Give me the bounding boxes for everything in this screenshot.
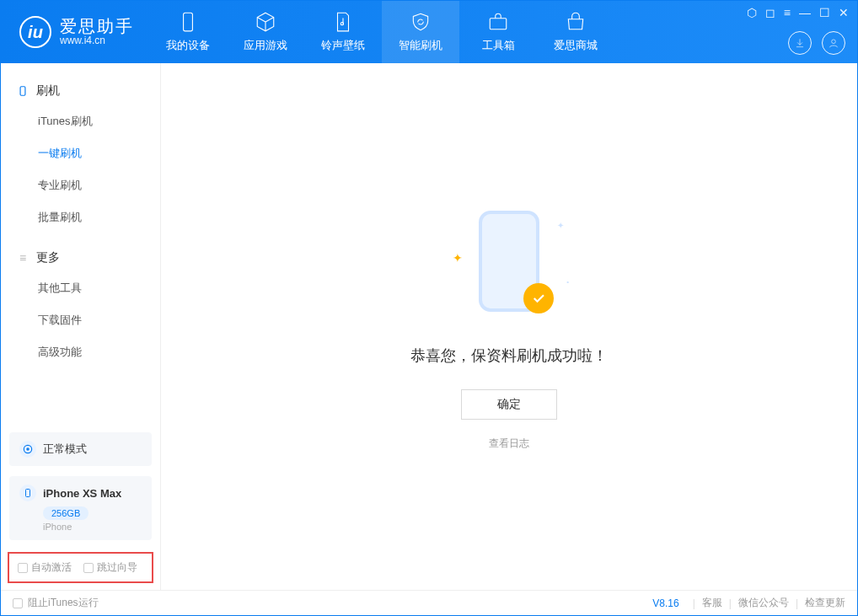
download-button[interactable] (788, 31, 812, 55)
nav-toolbox[interactable]: 工具箱 (459, 1, 537, 63)
refresh-shield-icon (410, 11, 432, 33)
body: 刷机 iTunes刷机 一键刷机 专业刷机 批量刷机 ≡ 更多 其他工具 下载固… (1, 63, 857, 590)
options-highlight-box: 自动激活 跳过向导 (8, 552, 153, 583)
success-message: 恭喜您，保资料刷机成功啦！ (410, 345, 608, 366)
nav-store[interactable]: 爱思商城 (537, 1, 614, 63)
titlebar: iu 爱思助手 www.i4.cn 我的设备 应用游戏 铃声壁纸 智能刷机 (1, 1, 857, 63)
separator: | (693, 597, 695, 609)
minimize-button[interactable]: — (799, 6, 811, 19)
checkbox-label: 阻止iTunes运行 (28, 596, 99, 610)
logo-icon: iu (19, 16, 51, 48)
app-window: iu 爱思助手 www.i4.cn 我的设备 应用游戏 铃声壁纸 智能刷机 (0, 0, 858, 616)
shirt-icon[interactable]: ⬡ (747, 6, 757, 19)
nav-my-device[interactable]: 我的设备 (149, 1, 227, 63)
sidebar-item-other-tools[interactable]: 其他工具 (1, 272, 160, 304)
status-label: 正常模式 (43, 442, 87, 457)
ok-button[interactable]: 确定 (461, 389, 557, 420)
version-label: V8.16 (652, 597, 678, 609)
sparkle-icon: • (566, 278, 569, 286)
checkbox-icon (83, 563, 94, 573)
sparkle-icon: ✦ (557, 221, 564, 230)
sidebar-item-pro-flash[interactable]: 专业刷机 (1, 169, 160, 201)
sidebar-item-download-firmware[interactable]: 下载固件 (1, 304, 160, 336)
maximize-button[interactable]: ☐ (819, 6, 830, 19)
nav-label: 我的设备 (166, 38, 210, 53)
status-icon (19, 441, 36, 458)
feedback-icon[interactable]: ◻ (765, 6, 775, 19)
nav-label: 工具箱 (482, 38, 515, 53)
sidebar-item-batch-flash[interactable]: 批量刷机 (1, 201, 160, 233)
main-panel: ✦ ✦ • 恭喜您，保资料刷机成功啦！ 确定 查看日志 (161, 63, 857, 590)
top-nav: 我的设备 应用游戏 铃声壁纸 智能刷机 工具箱 爱思商城 (149, 1, 614, 63)
separator: | (729, 597, 732, 609)
footer-right: V8.16 | 客服 | 微信公众号 | 检查更新 (652, 596, 845, 610)
cube-icon (255, 11, 276, 33)
sidebar-item-itunes-flash[interactable]: iTunes刷机 (1, 105, 160, 137)
svg-point-3 (832, 40, 836, 44)
checkmark-badge-icon (523, 283, 554, 313)
toolbox-icon (487, 11, 509, 33)
device-card[interactable]: iPhone XS Max 256GB iPhone (9, 476, 152, 540)
device-storage-badge: 256GB (43, 506, 88, 520)
app-url: www.i4.cn (60, 35, 134, 46)
section-title: 刷机 (36, 83, 60, 99)
sidebar-section-more: ≡ 更多 (1, 244, 160, 272)
separator: | (796, 597, 798, 609)
checkbox-label: 自动激活 (31, 560, 72, 575)
sidebar-section-flash: 刷机 (1, 77, 160, 105)
nav-label: 智能刷机 (399, 38, 442, 53)
checkbox-icon (18, 563, 28, 573)
list-icon: ≡ (16, 251, 29, 265)
sidebar-item-advanced[interactable]: 高级功能 (1, 336, 160, 368)
app-name: 爱思助手 (60, 17, 134, 35)
nav-label: 爱思商城 (554, 38, 598, 53)
sparkle-icon: ✦ (453, 251, 463, 265)
store-icon (565, 11, 587, 33)
svg-rect-0 (184, 13, 193, 31)
user-button[interactable] (822, 31, 845, 55)
checkbox-auto-activate[interactable]: 自动激活 (18, 560, 72, 575)
svg-point-1 (341, 23, 343, 25)
check-update-link[interactable]: 检查更新 (805, 596, 845, 610)
app-logo: iu 爱思助手 www.i4.cn (1, 16, 149, 48)
svg-rect-7 (26, 490, 30, 497)
section-title: 更多 (36, 250, 60, 265)
nav-apps-games[interactable]: 应用游戏 (227, 1, 304, 63)
window-controls-top: ⬡ ◻ ≡ — ☐ ✕ (747, 6, 849, 19)
device-type: iPhone (43, 522, 142, 532)
status-card[interactable]: 正常模式 (9, 432, 152, 466)
footer: 阻止iTunes运行 V8.16 | 客服 | 微信公众号 | 检查更新 (1, 590, 857, 615)
sidebar-item-one-click-flash[interactable]: 一键刷机 (1, 137, 160, 169)
checkbox-skip-guide[interactable]: 跳过向导 (83, 560, 137, 575)
nav-label: 应用游戏 (244, 38, 287, 53)
svg-point-6 (26, 447, 29, 451)
menu-icon[interactable]: ≡ (784, 6, 791, 19)
view-log-link[interactable]: 查看日志 (489, 437, 529, 451)
success-illustration: ✦ ✦ • (446, 202, 572, 329)
device-name: iPhone XS Max (43, 487, 121, 500)
checkbox-label: 跳过向导 (97, 560, 137, 575)
nav-smart-flash[interactable]: 智能刷机 (382, 1, 459, 63)
wechat-link[interactable]: 微信公众号 (738, 596, 789, 610)
device-phone-icon (19, 485, 36, 501)
phone-icon (177, 11, 199, 33)
sidebar: 刷机 iTunes刷机 一键刷机 专业刷机 批量刷机 ≡ 更多 其他工具 下载固… (1, 63, 161, 590)
svg-rect-2 (490, 19, 507, 29)
nav-label: 铃声壁纸 (321, 38, 365, 53)
header-actions (788, 31, 845, 55)
nav-ringtone-wallpaper[interactable]: 铃声壁纸 (304, 1, 382, 63)
support-link[interactable]: 客服 (702, 596, 722, 610)
svg-rect-4 (20, 87, 25, 96)
checkbox-icon (13, 598, 23, 608)
music-file-icon (332, 11, 354, 33)
device-icon (16, 84, 29, 98)
close-button[interactable]: ✕ (839, 6, 849, 19)
checkbox-block-itunes[interactable]: 阻止iTunes运行 (13, 596, 99, 610)
